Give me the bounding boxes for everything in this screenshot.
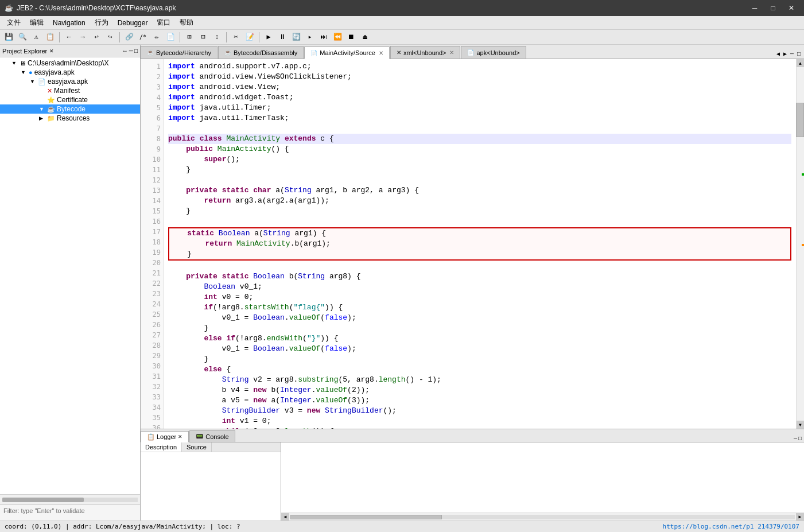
tree-item-certificate[interactable]: ⭐ Certificate: [0, 95, 140, 104]
code-line-23: int v0 = 0;: [168, 292, 791, 302]
tab-bytecode-disasm[interactable]: ☕ Bytecode/Disassembly: [218, 46, 304, 59]
toolbar-step-over[interactable]: ▸: [304, 31, 316, 44]
scroll-up-btn[interactable]: ▲: [797, 59, 805, 67]
console-icon: 📟: [196, 433, 204, 440]
bottom-tab-logger[interactable]: 📋 Logger ✕: [141, 431, 189, 442]
tab-main-source[interactable]: 📄 MainActivity/Source ✕: [304, 46, 390, 59]
left-scroll[interactable]: [0, 494, 140, 504]
toolbar-step-back[interactable]: ⏪: [331, 31, 344, 44]
toolbar-save[interactable]: 💾: [2, 31, 15, 44]
tree-item-bytecode[interactable]: ▼ ☕ Bytecode: [0, 104, 140, 114]
toolbar-stop[interactable]: ⏹: [345, 31, 358, 44]
code-line-8: public class MainActivity extends c {: [168, 134, 791, 144]
code-line-12: [168, 175, 791, 185]
tab-apk-unbound[interactable]: 📄 apk<Unbound>: [461, 46, 526, 59]
toolbar-run[interactable]: ▶: [262, 31, 275, 44]
menu-help[interactable]: 帮助: [175, 16, 198, 29]
toolbar-warn[interactable]: ⚠: [30, 31, 42, 44]
toolbar-forward[interactable]: →: [76, 31, 89, 44]
menu-window[interactable]: 窗口: [152, 16, 175, 29]
tab-disasm-icon: ☕: [224, 49, 231, 56]
code-line-3: import android.view.View;: [168, 82, 791, 92]
toolbar-cut[interactable]: ✂: [230, 31, 242, 44]
menu-file[interactable]: 文件: [2, 16, 25, 29]
bottom-minimize-icon[interactable]: ─: [794, 436, 797, 442]
source-tab[interactable]: Source: [182, 442, 212, 452]
tree-item-root[interactable]: ▼ 🖥 C:\Users\admin\Desktop\X: [0, 59, 140, 68]
toolbar-pause[interactable]: ⏸: [276, 31, 289, 44]
toolbar-paste[interactable]: 📝: [243, 31, 256, 44]
tab-xml-close[interactable]: ✕: [449, 49, 454, 56]
tree-item-resources[interactable]: ▶ 📁 Resources: [0, 114, 140, 123]
toolbar-comment[interactable]: /*: [137, 31, 149, 44]
code-line-4: import android.widget.Toast;: [168, 92, 791, 103]
tree-arrow-manifest: [39, 88, 47, 94]
explorer-close-icon[interactable]: ✕: [49, 48, 54, 54]
toolbar-minus[interactable]: ⊟: [197, 31, 209, 44]
desc-tab[interactable]: Description: [141, 442, 182, 452]
maximize-button[interactable]: □: [765, 2, 781, 14]
code-line-17: static Boolean a(String arg1) {: [169, 228, 790, 239]
tab-apk-icon: 📄: [467, 49, 474, 56]
tree-item-apk2[interactable]: ▼ 📄 easyjava.apk: [0, 77, 140, 86]
explorer-minimize-icon[interactable]: ─: [129, 48, 133, 54]
left-scrollbar-thumb[interactable]: [2, 498, 84, 502]
filter-bar[interactable]: Filter: type "Enter" to validate: [0, 504, 140, 521]
line-numbers: 1234567891011121314151617181920212223242…: [141, 59, 164, 429]
toolbar-updown[interactable]: ↕: [211, 31, 223, 44]
code-line-27: else if(!arg8.endsWith("}")) {: [168, 333, 791, 344]
bottom-maximize-icon[interactable]: □: [798, 436, 802, 442]
scroll-track[interactable]: [797, 67, 804, 421]
code-content[interactable]: import android.support.v7.app.c;import a…: [164, 59, 796, 429]
explorer-sync-icon[interactable]: ↔: [122, 48, 128, 54]
code-line-15: }: [168, 206, 791, 216]
hscroll-thumb[interactable]: [290, 515, 442, 519]
toolbar-redo[interactable]: ↪: [104, 31, 116, 44]
logger-console-area: ◀ ▶: [281, 442, 804, 521]
toolbar-back[interactable]: ←: [63, 31, 75, 44]
left-scrollbar[interactable]: [2, 498, 138, 502]
bottom-hscroll[interactable]: ◀ ▶: [281, 512, 804, 521]
close-button[interactable]: ✕: [783, 2, 799, 14]
toolbar-undo[interactable]: ↩: [90, 31, 103, 44]
logger-tab-close[interactable]: ✕: [178, 434, 182, 440]
code-line-21: private static Boolean b(String arg8) {: [168, 271, 791, 282]
hscroll-left-btn[interactable]: ◀: [281, 513, 289, 521]
toolbar-copy[interactable]: 📋: [44, 31, 56, 44]
tab-nav-next[interactable]: ▶: [782, 49, 788, 59]
toolbar-search[interactable]: 🔍: [16, 31, 29, 44]
tab-nav-prev[interactable]: ◀: [775, 49, 781, 59]
hscroll-right-btn[interactable]: ▶: [796, 513, 804, 521]
bottom-tab-console[interactable]: 📟 Console: [189, 430, 235, 442]
tree-item-manifest[interactable]: ✕ Manifest: [0, 86, 140, 95]
toolbar-grid[interactable]: ⊞: [183, 31, 196, 44]
toolbar-eject[interactable]: ⏏: [359, 31, 371, 44]
hscroll-track[interactable]: [290, 515, 795, 519]
tab-bar: ☕ Bytecode/Hierarchy ☕ Bytecode/Disassem…: [141, 45, 804, 59]
highlighted-method-box: static Boolean a(String arg1) { return M…: [168, 227, 791, 261]
tab-minimize[interactable]: ─: [789, 50, 795, 59]
menu-action[interactable]: 行为: [90, 16, 113, 29]
tree-item-apk1[interactable]: ▼ ● easyjava.apk: [0, 68, 140, 77]
toolbar-doc[interactable]: 📄: [164, 31, 177, 44]
tab-source-close[interactable]: ✕: [379, 50, 383, 56]
menu-debugger[interactable]: Debugger: [113, 16, 153, 29]
apk2-icon: 📄: [38, 78, 46, 86]
menu-navigation[interactable]: Navigation: [48, 16, 90, 29]
minimize-button[interactable]: ─: [747, 2, 763, 14]
code-line-5: import java.util.Timer;: [168, 103, 791, 113]
scroll-thumb[interactable]: [796, 103, 804, 137]
toolbar-refresh[interactable]: 🔄: [290, 31, 302, 44]
tab-xml-unbound[interactable]: ✕ xml<Unbound> ✕: [390, 46, 461, 59]
toolbar-link[interactable]: 🔗: [123, 31, 135, 44]
tab-bytecode-hier[interactable]: ☕ Bytecode/Hierarchy: [141, 46, 217, 59]
tab-maximize[interactable]: □: [796, 50, 802, 59]
explorer-maximize-icon[interactable]: □: [134, 48, 138, 54]
window-title: JEB2 - C:\Users\admin\Desktop\XCTF\easyj…: [17, 4, 176, 12]
code-line-33: a v5 = new a(Integer.valueOf(3));: [168, 395, 791, 406]
toolbar-edit[interactable]: ✏: [150, 31, 163, 44]
menu-edit[interactable]: 编辑: [25, 16, 48, 29]
right-scrollbar[interactable]: ▲ ▼: [796, 59, 804, 429]
toolbar-step-into[interactable]: ⏭: [317, 31, 330, 44]
scroll-down-btn[interactable]: ▼: [797, 421, 805, 429]
